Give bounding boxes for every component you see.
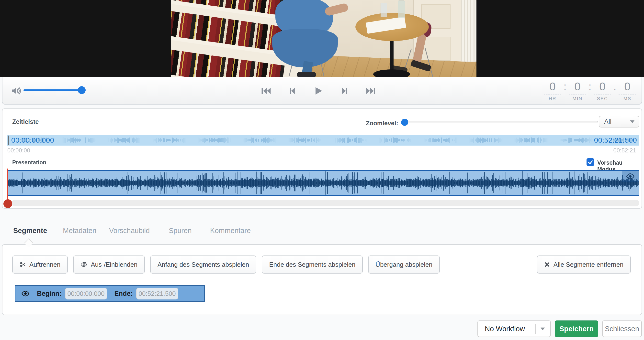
timeline-overview-bar[interactable]: 00:00:00.000 00:52:21.500 xyxy=(7,135,639,146)
time-hr: 0 HR xyxy=(543,80,562,101)
playhead-knob[interactable] xyxy=(4,199,12,208)
skip-start-icon[interactable] xyxy=(260,85,272,97)
timeline-panel: Zeitleiste Zoomlevel: All 00:00:00.000 0… xyxy=(2,108,642,209)
drinking-glass xyxy=(380,3,387,17)
time-separator: : xyxy=(562,80,568,93)
horizontal-scrollbar[interactable] xyxy=(12,200,639,206)
remove-x-icon xyxy=(544,262,550,267)
remove-all-segments-button[interactable]: Alle Segmente entfernen xyxy=(537,255,631,274)
play-segment-start-label: Anfang des Segments abspielen xyxy=(158,261,249,268)
segment-toolbar: Auftrennen Aus-/Einblenden Anfang des Se… xyxy=(12,255,631,274)
time-separator: : xyxy=(587,80,593,93)
track-name: Presentation xyxy=(12,159,46,166)
play-segment-end-label: Ende des Segments abspielen xyxy=(269,261,356,268)
timeline-title: Zeitleiste xyxy=(12,118,39,125)
play-icon[interactable] xyxy=(312,85,325,97)
zoomlevel-label: Zoomlevel: xyxy=(366,120,398,127)
timeline-cursor[interactable] xyxy=(8,136,8,145)
eye-icon xyxy=(626,173,635,180)
video-editor: 0 HR : 0 MIN : 0 SEC . 0 MS Zeitleiste Z… xyxy=(0,0,644,340)
track-filter-value: All xyxy=(604,118,612,126)
tab-kommentare[interactable]: Kommentare xyxy=(210,227,251,235)
waveform xyxy=(8,171,638,195)
segment-begin-label: Beginn: xyxy=(37,290,62,298)
time-ms: 0 MS xyxy=(618,80,637,101)
chevron-down-icon xyxy=(540,328,545,330)
tab-spuren[interactable]: Spuren xyxy=(169,227,192,235)
check-icon xyxy=(588,160,593,165)
scissors-icon xyxy=(20,261,26,268)
tab-vorschaubild[interactable]: Vorschaubild xyxy=(109,227,150,235)
next-frame-icon[interactable] xyxy=(338,85,351,97)
segment-visibility-corner[interactable] xyxy=(622,171,638,182)
bottle xyxy=(398,0,405,18)
tab-segmente[interactable]: Segmente xyxy=(13,227,47,235)
split-button[interactable]: Auftrennen xyxy=(12,255,68,274)
toggle-segment-button[interactable]: Aus-/Einblenden xyxy=(73,255,145,274)
workflow-select[interactable]: No Workflow xyxy=(478,321,551,337)
timeline-end-time: 00:52:21.500 xyxy=(594,136,637,144)
timeline-under-start: 00:00:00 xyxy=(7,147,30,154)
time-sec: 0 SEC xyxy=(593,80,612,101)
table-pole xyxy=(390,37,394,75)
split-button-label: Auftrennen xyxy=(29,261,60,268)
skip-end-icon[interactable] xyxy=(364,85,377,97)
time-display: 0 HR : 0 MIN : 0 SEC . 0 MS xyxy=(543,80,637,101)
dashed-underline xyxy=(544,94,561,95)
track-filter-select[interactable]: All xyxy=(599,116,639,128)
tab-metadaten[interactable]: Metadaten xyxy=(63,227,96,235)
zoom-slider[interactable] xyxy=(401,121,598,123)
segment-begin-input[interactable]: 00:00:00.000 xyxy=(65,288,107,300)
previous-frame-icon[interactable] xyxy=(286,85,299,97)
dashed-underline xyxy=(594,94,611,95)
dashed-underline xyxy=(569,94,586,95)
eye-icon[interactable] xyxy=(21,290,30,297)
playhead-line[interactable] xyxy=(7,169,8,200)
table-base xyxy=(373,69,410,77)
toggle-segment-button-label: Aus-/Einblenden xyxy=(91,261,138,268)
dashed-underline xyxy=(618,94,636,95)
eye-slash-icon xyxy=(80,261,87,268)
play-segment-start-button[interactable]: Anfang des Segments abspielen xyxy=(150,255,256,274)
video-stage xyxy=(0,0,644,77)
preview-mode-checkbox[interactable] xyxy=(586,158,594,166)
zoom-slider-handle[interactable] xyxy=(401,119,408,126)
segment-end-label: Ende: xyxy=(114,290,133,298)
segment-row[interactable]: Beginn: 00:00:00.000 Ende: 00:52:21.500 xyxy=(15,285,205,302)
chevron-down-icon xyxy=(630,120,634,123)
segments-panel: Auftrennen Aus-/Einblenden Anfang des Se… xyxy=(2,244,642,315)
play-segment-end-button[interactable]: Ende des Segments abspielen xyxy=(262,255,363,274)
play-transition-button[interactable]: Übergang abspielen xyxy=(368,255,440,274)
video-player[interactable] xyxy=(171,0,476,77)
person-shoe xyxy=(297,72,316,77)
workflow-select-value: No Workflow xyxy=(485,325,525,333)
divider xyxy=(535,324,536,334)
waveform-track-segment[interactable] xyxy=(7,170,639,196)
speaker-icon[interactable] xyxy=(11,85,22,96)
timeline-start-time: 00:00:00.000 xyxy=(11,136,54,144)
remove-all-segments-label: Alle Segmente entfernen xyxy=(554,261,624,268)
time-min: 0 MIN xyxy=(568,80,587,101)
timeline-under-end: 00:52:21 xyxy=(614,147,636,154)
save-button[interactable]: Speichern xyxy=(555,321,598,337)
timeline-mini-waveform xyxy=(7,135,639,146)
volume-handle[interactable] xyxy=(78,86,86,94)
segment-end-input[interactable]: 00:52:21.500 xyxy=(136,288,178,300)
transport-controls xyxy=(260,81,377,101)
radiator xyxy=(461,0,476,62)
volume-slider[interactable] xyxy=(24,89,86,91)
close-button[interactable]: Schliessen xyxy=(602,321,642,337)
play-transition-label: Übergang abspielen xyxy=(376,261,432,268)
time-separator: . xyxy=(612,80,618,93)
